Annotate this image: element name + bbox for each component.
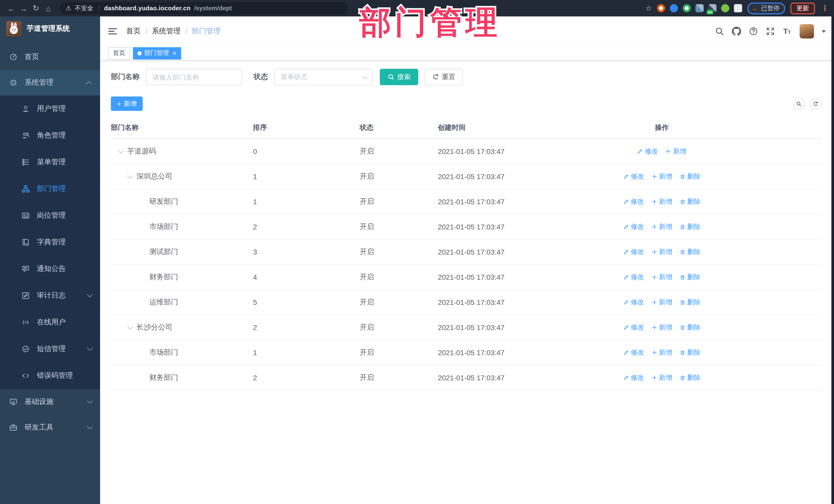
edit-link[interactable]: 修改 — [623, 247, 644, 256]
delete-link[interactable]: 删除 — [680, 197, 701, 206]
browser-update-button[interactable]: 更新 — [790, 2, 815, 14]
sidebar-item-部门管理[interactable]: 部门管理 — [0, 176, 100, 202]
tab-部门管理[interactable]: 部门管理× — [133, 47, 181, 59]
add-link[interactable]: 新增 — [651, 323, 672, 332]
app-logo[interactable]: 芋道管理系统 — [0, 17, 100, 41]
table-row[interactable]: 芋道源码0开启2021-01-05 17:03:47修改新增 — [111, 138, 822, 164]
tab-首页[interactable]: 首页 — [108, 47, 130, 59]
puzzle-extension-icon[interactable] — [734, 4, 742, 12]
edit-link[interactable]: 修改 — [623, 323, 644, 332]
add-button[interactable]: + 新增 — [111, 96, 143, 111]
add-link[interactable]: 新增 — [651, 247, 672, 256]
expand-caret-icon[interactable] — [127, 324, 133, 329]
profile-paused-badge[interactable]: 已暂停 — [747, 2, 785, 14]
tabs-extension-icon[interactable]: on — [708, 4, 717, 12]
sidebar-item-研发工具[interactable]: 研发工具 — [0, 415, 100, 440]
edit-link[interactable]: 修改 — [637, 147, 658, 156]
show-search-toggle-button[interactable] — [793, 98, 805, 110]
add-link[interactable]: 新增 — [651, 197, 672, 206]
status-select[interactable]: 菜单状态 — [274, 69, 373, 85]
dept-table: 部门名称 排序 状态 创建时间 操作 芋道源码0开启2021-01-05 17:… — [111, 117, 822, 390]
edit-link[interactable]: 修改 — [623, 373, 644, 382]
edit-link[interactable]: 修改 — [623, 348, 644, 357]
add-link[interactable]: 新增 — [651, 348, 672, 357]
table-row[interactable]: 运维部门5开启2021-01-05 17:03:47修改新增删除 — [111, 289, 822, 314]
delete-link[interactable]: 删除 — [680, 348, 701, 357]
expand-caret-icon[interactable] — [127, 173, 133, 179]
avatar[interactable] — [799, 24, 814, 39]
table-row[interactable]: 财务部门4开启2021-01-05 17:03:47修改新增删除 — [111, 264, 822, 289]
reload-icon[interactable]: ↻ — [30, 4, 42, 13]
sidebar-item-岗位管理[interactable]: 岗位管理 — [0, 202, 100, 229]
close-icon[interactable]: × — [172, 50, 176, 57]
sidebar-item-审计日志[interactable]: 审计日志 — [0, 282, 100, 309]
edit-link[interactable]: 修改 — [623, 172, 644, 181]
table-row[interactable]: 研发部门1开启2021-01-05 17:03:47修改新增删除 — [111, 189, 822, 214]
search-icon[interactable] — [715, 27, 724, 36]
target-extension-icon[interactable] — [657, 4, 665, 12]
edit-link[interactable]: 修改 — [623, 197, 644, 206]
sidebar-item-短信管理[interactable]: 短信管理 — [0, 336, 100, 363]
sidebar-item-用户管理[interactable]: 用户管理 — [0, 95, 100, 122]
table-row[interactable]: 财务部门2开启2021-01-05 17:03:47修改新增删除 — [111, 365, 822, 390]
table-row[interactable]: 测试部门3开启2021-01-05 17:03:47修改新增删除 — [111, 239, 822, 264]
delete-link[interactable]: 删除 — [680, 272, 701, 282]
table-row[interactable]: 市场部门2开启2021-01-05 17:03:47修改新增删除 — [111, 214, 822, 239]
help-icon[interactable] — [749, 27, 758, 36]
github-icon[interactable] — [732, 27, 741, 36]
breadcrumb-item[interactable]: 系统管理 — [152, 27, 181, 36]
sidebar-item-菜单管理[interactable]: 菜单管理 — [0, 149, 100, 176]
leaf-extension-icon[interactable] — [721, 4, 729, 12]
edit-link[interactable]: 修改 — [623, 298, 644, 307]
add-link[interactable]: 新增 — [665, 147, 686, 156]
home-icon[interactable]: ⌂ — [42, 4, 54, 13]
hamburger-icon[interactable] — [108, 28, 117, 35]
pin-extension-icon[interactable] — [670, 4, 678, 12]
sidebar-item-字典管理[interactable]: 字典管理 — [0, 229, 100, 256]
fullscreen-icon[interactable] — [766, 27, 775, 36]
sidebar-item-通知公告[interactable]: 通知公告 — [0, 256, 100, 282]
delete-link[interactable]: 删除 — [680, 172, 701, 181]
delete-link[interactable]: 删除 — [680, 323, 701, 332]
add-link[interactable]: 新增 — [651, 222, 672, 231]
chevron-down-icon[interactable] — [822, 30, 826, 32]
edit-link[interactable]: 修改 — [623, 272, 644, 282]
sidebar-item-首页[interactable]: 首页 — [0, 44, 100, 70]
kebab-menu-icon[interactable]: ⋮ — [821, 4, 829, 13]
dept-name-input[interactable] — [146, 69, 242, 85]
security-label[interactable]: 不安全 — [75, 4, 93, 13]
breadcrumb-item[interactable]: 首页 — [126, 27, 140, 36]
add-link[interactable]: 新增 — [651, 272, 672, 282]
add-link[interactable]: 新增 — [651, 373, 672, 382]
add-link[interactable]: 新增 — [651, 172, 672, 181]
back-icon[interactable]: ← — [5, 4, 18, 13]
delete-link[interactable]: 删除 — [680, 298, 701, 307]
add-link[interactable]: 新增 — [651, 298, 672, 307]
sidebar-item-系统管理[interactable]: 系统管理 — [0, 70, 100, 95]
search-button[interactable]: 搜索 — [380, 69, 418, 85]
delete-icon — [680, 198, 686, 204]
delete-link[interactable]: 删除 — [680, 222, 701, 231]
forward-icon[interactable]: → — [18, 4, 30, 13]
grid-extension-icon[interactable] — [696, 4, 704, 12]
sidebar-item-在线用户[interactable]: 在线用户 — [0, 309, 100, 336]
sidebar-item-角色管理[interactable]: 角色管理 — [0, 122, 100, 149]
sidebar-item-错误码管理[interactable]: 错误码管理 — [0, 363, 100, 389]
bookmark-star-icon[interactable]: ☆ — [645, 4, 652, 12]
edit-link[interactable]: 修改 — [623, 222, 644, 231]
table-row[interactable]: 深圳总公司1开启2021-01-05 17:03:47修改新增删除 — [111, 164, 822, 189]
v-extension-icon[interactable] — [683, 4, 691, 12]
expand-caret-icon[interactable] — [118, 148, 124, 153]
sidebar-item-基础设施[interactable]: 基础设施 — [0, 389, 100, 415]
delete-link[interactable]: 删除 — [680, 373, 701, 382]
reset-button[interactable]: 重置 — [424, 69, 463, 85]
refresh-table-button[interactable] — [810, 98, 822, 110]
url-bar[interactable]: ⚠ 不安全 dashboard.yudao.iocoder.cn/system/… — [60, 2, 348, 14]
font-size-icon[interactable]: TT — [783, 27, 792, 36]
scrollbar[interactable] — [831, 17, 834, 504]
actions-cell: 修改新增删除 — [605, 289, 719, 314]
delete-link[interactable]: 删除 — [680, 247, 701, 256]
chevron-down-icon — [87, 423, 93, 429]
table-row[interactable]: 长沙分公司2开启2021-01-05 17:03:47修改新增删除 — [111, 314, 822, 340]
table-row[interactable]: 市场部门1开启2021-01-05 17:03:47修改新增删除 — [111, 340, 822, 365]
